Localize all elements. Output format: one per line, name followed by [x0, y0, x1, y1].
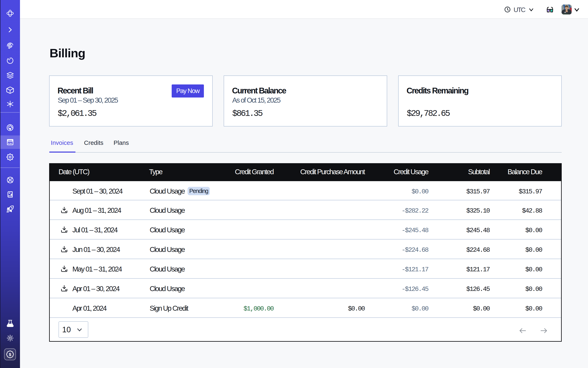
svg-text:$: $ — [9, 352, 11, 357]
